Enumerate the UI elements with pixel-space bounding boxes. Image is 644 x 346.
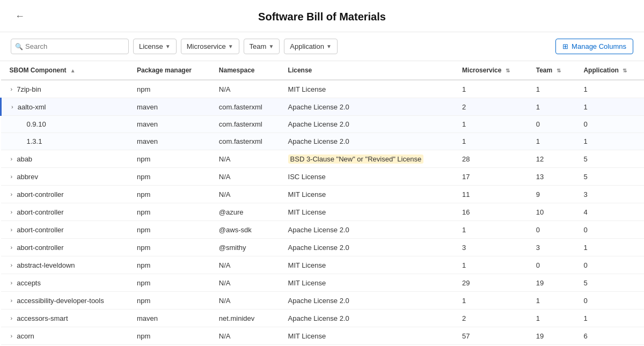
cell-microservice: 3 [453,239,528,256]
component-cell: ›abort-controller [1,239,128,256]
page-header: ← Software Bill of Materials [0,0,644,32]
table-row: ›abbrevnpmN/AISC License17135 [1,168,645,186]
component-cell: ›aalto-xml [1,98,128,116]
cell-package_manager: npm [128,256,210,274]
search-input[interactable] [11,39,129,54]
table-row: ›abort-controllernpm@smithyApache Licens… [1,239,645,256]
cell-namespace: @aws-sdk [210,221,280,239]
expand-button[interactable]: › [10,225,14,234]
component-name: 7zip-bin [17,85,41,93]
column-header-namespace[interactable]: Namespace [210,61,280,80]
table-row: 0.9.10mavencom.fasterxmlApache License 2… [1,116,645,133]
expand-button[interactable]: › [10,208,14,216]
cell-application: 5 [575,150,644,168]
cell-microservice: 29 [453,274,528,292]
component-cell: ›abstract-leveldown [1,256,128,274]
sort-asc-icon: ▲ [70,68,76,73]
component-name: abstract-leveldown [17,261,75,269]
back-icon: ← [15,10,25,21]
component-name: acorn [17,332,34,340]
cell-team: 12 [528,150,575,168]
microservice-filter-button[interactable]: Microservice ▼ [181,39,239,54]
expand-button[interactable]: › [10,190,14,198]
manage-columns-button[interactable]: ⊞ Manage Columns [555,39,633,54]
column-header-application[interactable]: Application ⇅ [575,61,644,80]
expand-button[interactable]: › [10,261,14,269]
cell-package_manager: npm [128,203,210,221]
cell-team: 19 [528,327,575,345]
expand-button[interactable]: › [10,296,14,305]
cell-license: MIT License [280,327,454,345]
cell-namespace: N/A [210,327,280,345]
cell-package_manager: maven [128,116,210,133]
table-row: ›abort-controllernpm@azureMIT License161… [1,203,645,221]
component-cell: ›accepts [1,274,128,292]
cell-namespace: N/A [210,80,280,98]
table-row: ›abort-controllernpmN/AMIT License1193 [1,186,645,203]
cell-team: 10 [528,203,575,221]
expand-button[interactable]: › [10,85,14,93]
cell-package_manager: npm [128,186,210,203]
cell-application: 6 [575,327,644,345]
table-container: SBOM Component ▲ Package manager Namespa… [0,61,644,346]
cell-team: 13 [528,168,575,186]
license-chevron-icon: ▼ [165,43,171,49]
application-filter-label: Application [290,42,324,50]
expand-button[interactable]: › [10,154,14,163]
cell-package_manager: npm [128,274,210,292]
expand-button[interactable]: › [10,314,14,322]
cell-team: 19 [528,274,575,292]
application-filter-button[interactable]: Application ▼ [284,39,338,54]
cell-package_manager: npm [128,150,210,168]
component-cell: ›accessors-smart [1,310,128,327]
cell-microservice: 1 [453,133,528,150]
cell-license: Apache License 2.0 [280,133,454,150]
microservice-filter-label: Microservice [187,42,226,50]
expand-button[interactable]: › [10,102,14,111]
cell-namespace: net.minidev [210,310,280,327]
cell-license: MIT License [280,80,454,98]
component-name: abort-controller [17,190,63,198]
team-filter-button[interactable]: Team ▼ [244,39,280,54]
search-icon: 🔍 [15,43,23,50]
cell-license: Apache License 2.0 [280,239,454,256]
cell-license: BSD 3-Clause "New" or "Revised" License [280,150,454,168]
cell-namespace: com.fasterxml [210,116,280,133]
back-button[interactable]: ← [11,8,29,24]
cell-team: 0 [528,116,575,133]
expand-button[interactable]: › [10,172,14,181]
table-row: ›acceptsnpmN/AMIT License29195 [1,274,645,292]
cell-license: Apache License 2.0 [280,221,454,239]
cell-namespace: N/A [210,256,280,274]
cell-package_manager: maven [128,133,210,150]
column-header-license[interactable]: License [280,61,454,80]
table-row: ›abstract-leveldownnpmN/AMIT License100 [1,256,645,274]
microservice-sort-icon: ⇅ [506,68,510,73]
expand-button[interactable]: › [10,243,14,252]
license-filter-button[interactable]: License ▼ [133,39,177,54]
cell-team: 0 [528,256,575,274]
column-header-microservice[interactable]: Microservice ⇅ [453,61,528,80]
component-cell: ›abort-controller [1,203,128,221]
component-cell: ›abab [1,150,128,168]
cell-application: 1 [575,239,644,256]
expand-button[interactable]: › [10,278,14,287]
cell-microservice: 2 [453,98,528,116]
cell-package_manager: npm [128,327,210,345]
expand-button[interactable]: › [10,332,14,340]
component-name: abort-controller [17,226,63,234]
page-title: Software Bill of Materials [258,11,386,23]
component-name: aalto-xml [18,103,46,111]
cell-package_manager: npm [128,168,210,186]
component-cell: 1.3.1 [1,133,128,150]
cell-application: 4 [575,203,644,221]
cell-package_manager: npm [128,221,210,239]
cell-license: MIT License [280,274,454,292]
cell-license: Apache License 2.0 [280,310,454,327]
column-header-component[interactable]: SBOM Component ▲ [1,61,128,80]
cell-license: Apache License 2.0 [280,116,454,133]
column-header-package-manager[interactable]: Package manager [128,61,210,80]
cell-microservice: 1 [453,256,528,274]
cell-application: 0 [575,256,644,274]
column-header-team[interactable]: Team ⇅ [528,61,575,80]
